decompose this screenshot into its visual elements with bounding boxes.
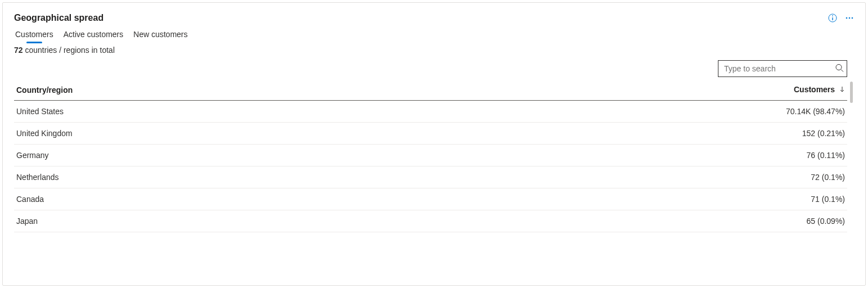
country-cell: Germany [14, 145, 422, 166]
card-actions [828, 14, 854, 22]
country-cell: Canada [14, 188, 422, 210]
table-row[interactable]: United Kingdom 152 (0.21%) [14, 123, 847, 145]
search-box [718, 60, 847, 77]
search-wrap [14, 60, 854, 77]
geo-spread-card: Geographical spread Customers Active cus… [2, 2, 866, 286]
value-cell: 152 (0.21%) [422, 123, 847, 145]
scrollbar[interactable] [850, 82, 853, 103]
value-cell: 70.14K (98.47%) [422, 101, 847, 123]
table-row[interactable]: Germany 76 (0.11%) [14, 145, 847, 166]
table-row[interactable]: United States 70.14K (98.47%) [14, 101, 847, 123]
sort-descending-icon [839, 86, 845, 94]
geo-table: Country/region Customers United St [14, 80, 847, 232]
tab-new-customers[interactable]: New customers [133, 30, 187, 42]
col-customers-label: Customers [794, 85, 835, 94]
col-country[interactable]: Country/region [14, 80, 422, 101]
tabs: Customers Active customers New customers [14, 30, 854, 42]
value-cell: 71 (0.1%) [422, 188, 847, 210]
table-wrap: Country/region Customers United St [14, 80, 854, 232]
tab-customers[interactable]: Customers [15, 30, 53, 42]
info-icon[interactable] [828, 14, 837, 22]
country-cell: Japan [14, 210, 422, 232]
card-header: Geographical spread [14, 13, 854, 23]
search-input[interactable] [718, 60, 847, 77]
svg-point-4 [849, 17, 851, 19]
table-row[interactable]: Canada 71 (0.1%) [14, 188, 847, 210]
country-cell: United Kingdom [14, 123, 422, 145]
col-customers[interactable]: Customers [422, 80, 847, 101]
table-row[interactable]: Netherlands 72 (0.1%) [14, 166, 847, 188]
summary-suffix: countries / regions in total [25, 46, 115, 55]
summary-count: 72 [14, 46, 23, 55]
svg-point-5 [852, 17, 853, 19]
more-icon[interactable] [845, 14, 854, 22]
tab-active-customers[interactable]: Active customers [64, 30, 124, 42]
value-cell: 72 (0.1%) [422, 166, 847, 188]
country-cell: Netherlands [14, 166, 422, 188]
value-cell: 76 (0.11%) [422, 145, 847, 166]
table-row[interactable]: Japan 65 (0.09%) [14, 210, 847, 232]
svg-point-2 [832, 15, 833, 16]
country-cell: United States [14, 101, 422, 123]
card-title: Geographical spread [14, 13, 103, 23]
summary-line: 72 countries / regions in total [14, 46, 854, 55]
svg-point-3 [846, 17, 848, 19]
value-cell: 65 (0.09%) [422, 210, 847, 232]
